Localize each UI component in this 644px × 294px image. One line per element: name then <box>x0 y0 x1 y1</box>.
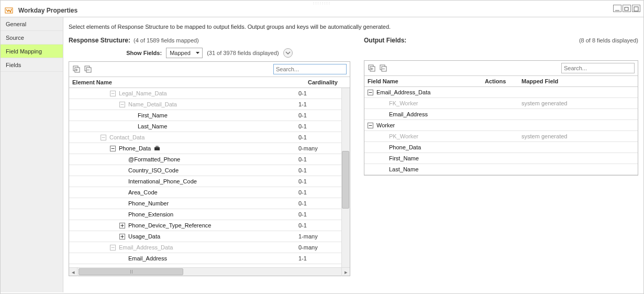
mapped-summary: (4 of 1589 fields mapped) <box>134 37 199 43</box>
element-label: Last_Name <box>138 123 167 129</box>
tree-row[interactable]: Email_Address_Data0-many <box>69 242 350 253</box>
mapped-field-value: system generated <box>521 100 638 106</box>
field-label: Worker <box>376 122 395 128</box>
tree-row[interactable]: @Formatted_Phone0-1 <box>69 154 350 165</box>
output-row[interactable]: FK_Workersystem generated <box>364 98 638 109</box>
minus-icon[interactable] <box>101 135 106 140</box>
cardinality-value: 0-1 <box>298 200 340 206</box>
output-row[interactable]: Last_Name <box>364 164 638 175</box>
sidebar: GeneralSourceField MappingFields <box>1 17 63 292</box>
output-search-input[interactable] <box>561 63 635 73</box>
scroll-right-icon[interactable]: ▸ <box>341 268 350 276</box>
tree-row[interactable]: Contact_Data0-1 <box>69 132 350 143</box>
restore-button[interactable] <box>623 5 631 12</box>
cardinality-value: 0-1 <box>298 189 340 195</box>
titlebar: Workday Properties <box>1 4 643 17</box>
tree-row[interactable]: Last_Name0-1 <box>69 121 350 132</box>
col-field-name: Field Name <box>364 78 485 84</box>
cardinality-value: 0-1 <box>298 123 340 129</box>
output-panel: Field Name Actions Mapped Field Email_Ad… <box>364 60 638 176</box>
scrollbar-thumb[interactable] <box>342 151 349 209</box>
show-fields-label: Show Fields: <box>126 50 162 56</box>
show-fields-select[interactable]: Mapped <box>166 48 203 58</box>
scroll-left-icon[interactable]: ◂ <box>69 268 77 276</box>
cardinality-value: 0-1 <box>298 178 340 184</box>
plus-icon[interactable] <box>119 234 125 239</box>
svg-rect-3 <box>634 7 638 11</box>
cardinality-value: 0-1 <box>298 211 340 217</box>
element-label: Legal_Name_Data <box>119 90 167 96</box>
minus-icon[interactable] <box>368 123 373 128</box>
minus-icon[interactable] <box>110 245 116 251</box>
element-label: @Formatted_Phone <box>128 156 180 162</box>
output-row[interactable]: First_Name <box>364 153 638 164</box>
collapse-all-icon[interactable] <box>83 64 93 74</box>
element-label: Phone_Number <box>128 200 169 206</box>
cardinality-value: 0-many <box>298 145 340 151</box>
element-label: Phone_Extension <box>128 211 173 217</box>
sidebar-item-source[interactable]: Source <box>1 31 63 45</box>
chevron-down-icon <box>195 51 200 56</box>
tree-row[interactable]: First_Name0-1 <box>69 110 350 121</box>
output-row[interactable]: Phone_Data <box>364 142 638 153</box>
tree-row[interactable]: Country_ISO_Code0-1 <box>69 165 350 176</box>
response-search-input[interactable] <box>273 64 347 74</box>
tree-row[interactable]: Legal_Name_Data0-1 <box>69 88 350 99</box>
tree-row[interactable]: Usage_Data1-many <box>69 231 350 242</box>
output-displayed-summary: (8 of 8 fields displayed) <box>579 37 638 43</box>
tree-row[interactable]: Name_Detail_Data1-1 <box>69 99 350 110</box>
suitcase-icon <box>154 146 160 151</box>
collapse-all-icon[interactable] <box>378 63 388 73</box>
field-label: Email_Address_Data <box>376 89 430 95</box>
cardinality-value: 0-1 <box>298 222 340 228</box>
sidebar-item-general[interactable]: General <box>1 17 63 31</box>
response-tree-panel: Element Name Cardinality Legal_Name_Data… <box>69 61 350 276</box>
horizontal-scrollbar[interactable]: ◂ ▸ <box>69 267 350 276</box>
sidebar-item-fields[interactable]: Fields <box>1 58 63 72</box>
expand-all-icon[interactable] <box>71 64 82 74</box>
cardinality-value: 1-1 <box>298 255 340 262</box>
tree-row[interactable]: Area_Code0-1 <box>69 187 350 198</box>
tree-row[interactable]: Phone_Device_Type_Reference0-1 <box>69 220 350 231</box>
window-title: Workday Properties <box>18 7 77 14</box>
minus-icon[interactable] <box>368 90 373 95</box>
response-structure-label: Response Structure: <box>69 37 130 44</box>
tree-row[interactable]: Phone_Number0-1 <box>69 198 350 209</box>
tree-row[interactable]: International_Phone_Code0-1 <box>69 176 350 187</box>
hscroll-thumb[interactable] <box>79 268 183 275</box>
tree-row[interactable]: Phone_Extension0-1 <box>69 209 350 220</box>
element-label: Usage_Data <box>128 233 160 239</box>
minimize-button[interactable] <box>613 5 621 12</box>
tree-row[interactable]: Email_Address1-1 <box>69 253 350 264</box>
minus-icon[interactable] <box>110 91 116 96</box>
output-fields-label: Output Fields: <box>364 37 406 44</box>
output-row[interactable]: PK_Workersystem generated <box>364 131 638 142</box>
minus-icon[interactable] <box>110 146 116 151</box>
col-cardinality: Cardinality <box>308 79 350 85</box>
toggle-collapse-button[interactable] <box>283 48 293 58</box>
description-text: Select elements of Response Structure to… <box>69 24 638 30</box>
field-label: PK_Worker <box>389 133 418 139</box>
element-label: Phone_Device_Type_Reference <box>128 222 211 228</box>
svg-rect-19 <box>154 147 160 150</box>
element-label: Email_Address_Data <box>119 244 173 251</box>
vertical-scrollbar[interactable] <box>341 88 350 267</box>
output-row[interactable]: Email_Address_Data <box>364 87 638 98</box>
output-row[interactable]: Email_Address <box>364 109 638 120</box>
minus-icon[interactable] <box>119 102 125 107</box>
sidebar-item-field-mapping[interactable]: Field Mapping <box>1 45 63 58</box>
maximize-button[interactable] <box>632 5 640 12</box>
cardinality-value: 0-1 <box>298 112 340 118</box>
mapped-field-value: system generated <box>521 133 638 139</box>
show-fields-value: Mapped <box>170 50 191 56</box>
element-label: Area_Code <box>128 189 158 195</box>
svg-rect-2 <box>625 7 628 10</box>
expand-all-icon[interactable] <box>367 63 377 73</box>
app-icon <box>5 6 13 15</box>
tree-row[interactable]: Phone_Data0-many <box>69 143 350 154</box>
plus-icon[interactable] <box>119 223 125 228</box>
element-label: Phone_Data <box>119 145 151 151</box>
element-label: First_Name <box>138 112 168 118</box>
output-row[interactable]: Worker <box>364 120 638 131</box>
cardinality-value: 0-1 <box>298 156 340 162</box>
